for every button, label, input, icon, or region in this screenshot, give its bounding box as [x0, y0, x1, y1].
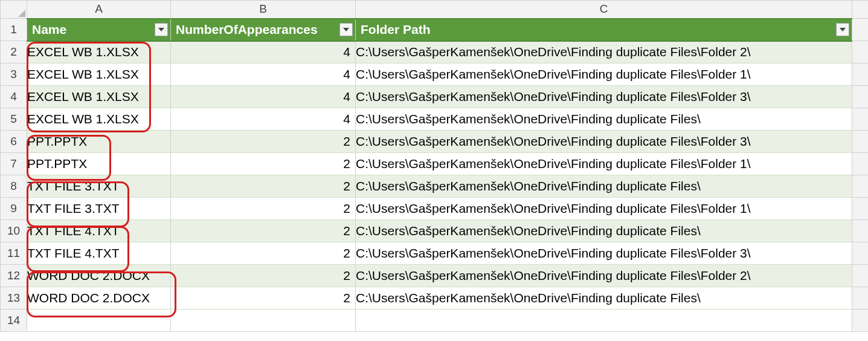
empty-cell[interactable] — [171, 310, 356, 332]
header-label: Folder Path — [361, 22, 431, 36]
scrollbar-gutter — [852, 153, 869, 175]
cell-name[interactable]: EXCEL WB 1.XLSX — [27, 108, 171, 131]
cell-name[interactable]: PPT.PPTX — [27, 153, 171, 175]
cell-path[interactable]: C:\Users\GašperKamenšek\OneDrive\Finding… — [356, 198, 852, 220]
scrollbar-gutter — [852, 175, 869, 198]
row-number[interactable]: 6 — [1, 131, 27, 153]
table-row: 6 PPT.PPTX 2 C:\Users\GašperKamenšek\One… — [1, 131, 869, 153]
header-cell-name[interactable]: Name — [27, 19, 171, 41]
row-number[interactable]: 1 — [1, 19, 27, 41]
scrollbar-gutter — [852, 63, 869, 86]
table-row: 8 TXT FILE 3.TXT 2 C:\Users\GašperKamenš… — [1, 175, 869, 198]
row-number[interactable]: 9 — [1, 198, 27, 220]
chevron-down-icon — [840, 28, 846, 31]
cell-name[interactable]: TXT FILE 4.TXT — [27, 242, 171, 265]
scrollbar-gutter — [852, 108, 869, 131]
select-all-corner[interactable] — [1, 1, 27, 19]
column-header-row: A B C — [1, 1, 869, 19]
empty-cell[interactable] — [356, 310, 852, 332]
scrollbar-gutter — [852, 1, 869, 19]
grid-table: A B C 1 Name NumberOfAppearances Folder … — [0, 0, 868, 332]
cell-count[interactable]: 4 — [171, 86, 356, 108]
cell-path[interactable]: C:\Users\GašperKamenšek\OneDrive\Finding… — [356, 242, 852, 265]
cell-name[interactable]: EXCEL WB 1.XLSX — [27, 86, 171, 108]
row-number[interactable]: 7 — [1, 153, 27, 175]
cell-name[interactable]: PPT.PPTX — [27, 131, 171, 153]
scrollbar-gutter — [852, 41, 869, 63]
header-label: NumberOfAppearances — [176, 22, 318, 36]
cell-count[interactable]: 4 — [171, 41, 356, 63]
cell-name[interactable]: WORD DOC 2.DOCX — [27, 265, 171, 287]
cell-count[interactable]: 2 — [171, 153, 356, 175]
row-number[interactable]: 12 — [1, 265, 27, 287]
cell-name[interactable]: EXCEL WB 1.XLSX — [27, 63, 171, 86]
cell-count[interactable]: 2 — [171, 175, 356, 198]
cell-name[interactable]: TXT FILE 4.TXT — [27, 220, 171, 242]
scrollbar-gutter — [852, 86, 869, 108]
scrollbar-gutter — [852, 19, 869, 41]
cell-path[interactable]: C:\Users\GašperKamenšek\OneDrive\Finding… — [356, 175, 852, 198]
cell-count[interactable]: 2 — [171, 265, 356, 287]
table-row: 7 PPT.PPTX 2 C:\Users\GašperKamenšek\One… — [1, 153, 869, 175]
cell-path[interactable]: C:\Users\GašperKamenšek\OneDrive\Finding… — [356, 63, 852, 86]
cell-path[interactable]: C:\Users\GašperKamenšek\OneDrive\Finding… — [356, 153, 852, 175]
empty-cell[interactable] — [27, 310, 171, 332]
cell-count[interactable]: 4 — [171, 108, 356, 131]
cell-name[interactable]: TXT FILE 3.TXT — [27, 198, 171, 220]
cell-path[interactable]: C:\Users\GašperKamenšek\OneDrive\Finding… — [356, 131, 852, 153]
header-cell-path[interactable]: Folder Path — [356, 19, 852, 41]
chevron-down-icon — [343, 28, 349, 31]
scrollbar-gutter — [852, 198, 869, 220]
cell-path[interactable]: C:\Users\GašperKamenšek\OneDrive\Finding… — [356, 220, 852, 242]
scrollbar-gutter — [852, 265, 869, 287]
row-number[interactable]: 13 — [1, 287, 27, 310]
row-number[interactable]: 4 — [1, 86, 27, 108]
row-number[interactable]: 14 — [1, 310, 27, 332]
table-row: 3 EXCEL WB 1.XLSX 4 C:\Users\GašperKamen… — [1, 63, 869, 86]
row-number[interactable]: 8 — [1, 175, 27, 198]
cell-count[interactable]: 4 — [171, 63, 356, 86]
cell-path[interactable]: C:\Users\GašperKamenšek\OneDrive\Finding… — [356, 287, 852, 310]
table-row: 10 TXT FILE 4.TXT 2 C:\Users\GašperKamen… — [1, 220, 869, 242]
cell-path[interactable]: C:\Users\GašperKamenšek\OneDrive\Finding… — [356, 86, 852, 108]
cell-count[interactable]: 2 — [171, 287, 356, 310]
table-row: 4 EXCEL WB 1.XLSX 4 C:\Users\GašperKamen… — [1, 86, 869, 108]
scrollbar-gutter — [852, 131, 869, 153]
row-number[interactable]: 2 — [1, 41, 27, 63]
cell-name[interactable]: TXT FILE 3.TXT — [27, 175, 171, 198]
table-row: 13 WORD DOC 2.DOCX 2 C:\Users\GašperKame… — [1, 287, 869, 310]
cell-name[interactable]: EXCEL WB 1.XLSX — [27, 41, 171, 63]
scrollbar-gutter — [852, 220, 869, 242]
cell-name[interactable]: WORD DOC 2.DOCX — [27, 287, 171, 310]
filter-button-name[interactable] — [155, 23, 168, 36]
col-header-B[interactable]: B — [171, 1, 356, 19]
spreadsheet: A B C 1 Name NumberOfAppearances Folder … — [0, 0, 868, 332]
table-row: 14 — [1, 310, 869, 332]
row-number[interactable]: 11 — [1, 242, 27, 265]
row-number[interactable]: 5 — [1, 108, 27, 131]
table-row: 11 TXT FILE 4.TXT 2 C:\Users\GašperKamen… — [1, 242, 869, 265]
scrollbar-gutter — [852, 310, 869, 332]
table-row: 12 WORD DOC 2.DOCX 2 C:\Users\GašperKame… — [1, 265, 869, 287]
table-header-row: 1 Name NumberOfAppearances Folder Path — [1, 19, 869, 41]
filter-button-path[interactable] — [836, 23, 849, 36]
cell-count[interactable]: 2 — [171, 242, 356, 265]
table-row: 2 EXCEL WB 1.XLSX 4 C:\Users\GašperKamen… — [1, 41, 869, 63]
col-header-A[interactable]: A — [27, 1, 171, 19]
chevron-down-icon — [158, 28, 164, 31]
cell-path[interactable]: C:\Users\GašperKamenšek\OneDrive\Finding… — [356, 265, 852, 287]
cell-path[interactable]: C:\Users\GašperKamenšek\OneDrive\Finding… — [356, 41, 852, 63]
cell-path[interactable]: C:\Users\GašperKamenšek\OneDrive\Finding… — [356, 108, 852, 131]
col-header-C[interactable]: C — [356, 1, 852, 19]
header-cell-count[interactable]: NumberOfAppearances — [171, 19, 356, 41]
row-number[interactable]: 3 — [1, 63, 27, 86]
scrollbar-gutter — [852, 242, 869, 265]
cell-count[interactable]: 2 — [171, 131, 356, 153]
scrollbar-gutter — [852, 287, 869, 310]
filter-button-count[interactable] — [339, 23, 353, 36]
cell-count[interactable]: 2 — [171, 198, 356, 220]
table-row: 9 TXT FILE 3.TXT 2 C:\Users\GašperKamenš… — [1, 198, 869, 220]
row-number[interactable]: 10 — [1, 220, 27, 242]
cell-count[interactable]: 2 — [171, 220, 356, 242]
table-row: 5 EXCEL WB 1.XLSX 4 C:\Users\GašperKamen… — [1, 108, 869, 131]
